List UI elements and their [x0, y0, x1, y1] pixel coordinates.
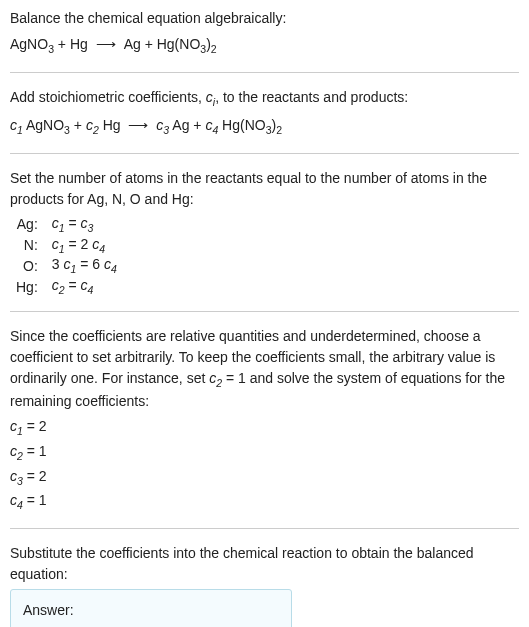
- arrow-icon: ⟶: [121, 117, 157, 133]
- coef-equation: c1 AgNO3 + c2 Hg ⟶ c3 Ag + c4 Hg(NO3)2: [10, 114, 519, 139]
- atom-equation: c1 = 2 c4: [46, 235, 123, 256]
- plus: +: [54, 36, 70, 52]
- step2-text: Add stoichiometric coefficients, ci, to …: [10, 87, 519, 111]
- intro-section: Balance the chemical equation algebraica…: [10, 8, 519, 58]
- divider: [10, 311, 519, 312]
- set-coef: c2: [209, 370, 222, 386]
- divider: [10, 72, 519, 73]
- element-label: Ag:: [10, 214, 46, 235]
- step3-text: Set the number of atoms in the reactants…: [10, 168, 519, 210]
- solve-section: Since the coefficients are relative quan…: [10, 326, 519, 514]
- coefficient-results: c1 = 2 c2 = 1 c3 = 2 c4 = 1: [10, 416, 519, 513]
- reactant-1: AgNO3: [10, 36, 54, 52]
- unbalanced-equation: AgNO3 + Hg ⟶ Ag + Hg(NO3)2: [10, 33, 519, 58]
- step4-text: Since the coefficients are relative quan…: [10, 326, 519, 413]
- plus: +: [189, 117, 205, 133]
- divider: [10, 153, 519, 154]
- answer-label: Answer:: [23, 600, 279, 621]
- stoichiometric-section: Add stoichiometric coefficients, ci, to …: [10, 87, 519, 139]
- species-1: AgNO3: [23, 117, 70, 133]
- coef-result: c3 = 2: [10, 466, 519, 490]
- table-row: Hg: c2 = c4: [10, 276, 123, 297]
- coef-c3: c3: [156, 117, 169, 133]
- coef-c4: c4: [205, 117, 218, 133]
- species-3: Ag: [169, 117, 189, 133]
- coefficient-symbol: ci: [206, 89, 215, 105]
- substitute-section: Substitute the coefficients into the che…: [10, 543, 519, 627]
- atom-equation: c2 = c4: [46, 276, 123, 297]
- plus: +: [70, 117, 86, 133]
- step5-text: Substitute the coefficients into the che…: [10, 543, 519, 585]
- coef-c1: c1: [10, 117, 23, 133]
- table-row: Ag: c1 = c3: [10, 214, 123, 235]
- coef-result: c1 = 2: [10, 416, 519, 440]
- atom-equations-table: Ag: c1 = c3 N: c1 = 2 c4 O: 3 c1 = 6 c4 …: [10, 214, 123, 297]
- table-row: O: 3 c1 = 6 c4: [10, 255, 123, 276]
- atom-equation: c1 = c3: [46, 214, 123, 235]
- element-label: N:: [10, 235, 46, 256]
- element-label: Hg:: [10, 276, 46, 297]
- coef-c2: c2: [86, 117, 99, 133]
- answer-box: Answer: 2 AgNO3 + Hg ⟶ 2 Ag + Hg(NO3)2: [10, 589, 292, 627]
- plus: +: [141, 36, 157, 52]
- species-4: Hg(NO3)2: [218, 117, 282, 133]
- arrow-icon: ⟶: [88, 36, 124, 52]
- divider: [10, 528, 519, 529]
- coef-result: c2 = 1: [10, 441, 519, 465]
- product-2: Hg(NO3)2: [157, 36, 217, 52]
- atom-balance-section: Set the number of atoms in the reactants…: [10, 168, 519, 297]
- atom-equation: 3 c1 = 6 c4: [46, 255, 123, 276]
- coef-result: c4 = 1: [10, 490, 519, 514]
- intro-text: Balance the chemical equation algebraica…: [10, 8, 519, 29]
- reactant-2: Hg: [70, 36, 88, 52]
- element-label: O:: [10, 255, 46, 276]
- table-row: N: c1 = 2 c4: [10, 235, 123, 256]
- species-2: Hg: [99, 117, 121, 133]
- product-1: Ag: [124, 36, 141, 52]
